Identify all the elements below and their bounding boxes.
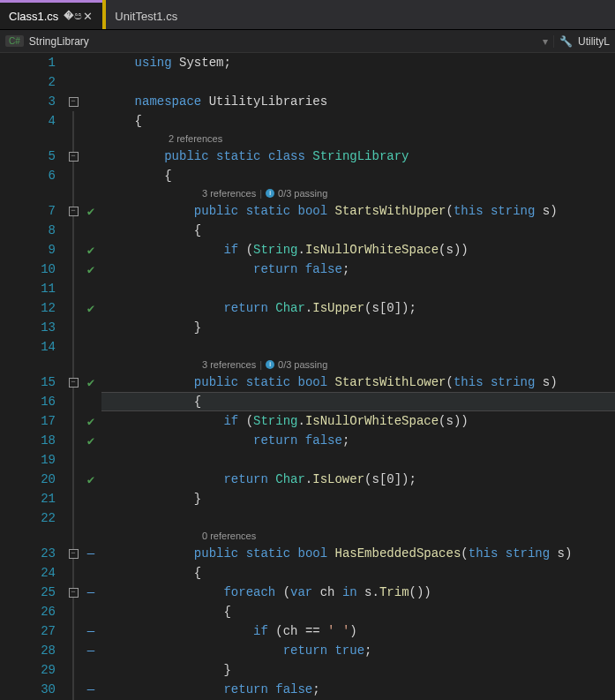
csharp-icon: C# [5,35,24,47]
code-area[interactable]: using System; namespace UtilityLibraries… [101,53,615,700]
line-number: 9 [0,240,56,260]
line-number: 6 [0,166,56,185]
test-status-icon: i [266,189,274,198]
line-number: 20 [0,470,56,489]
line-number: 2 [0,72,56,92]
line-number: 29 [0,660,56,680]
test-pass-icon: ✔ [87,204,94,219]
close-icon[interactable]: ✕ [81,10,94,23]
line-number: 15 [0,373,56,392]
tab-label: Class1.cs [9,10,58,23]
nav-scope-label: StringLibrary [29,35,89,48]
line-number: 4 [0,111,56,131]
line-number: 10 [0,260,56,279]
test-pass-icon: ✔ [87,262,94,277]
test-pass-icon: ✔ [87,433,94,448]
line-number: 19 [0,450,56,470]
line-number: 5 [0,147,56,166]
test-pass-icon: ✔ [87,301,94,316]
fold-gutter: − − − − − − [66,53,80,700]
wrench-icon: 🔧 [559,35,573,48]
codelens-references[interactable]: 3 references [202,357,256,373]
line-number: 17 [0,411,56,431]
codelens-tests[interactable]: 0/3 passing [278,185,327,201]
test-pass-icon: ✔ [87,243,94,258]
tab-unittest1[interactable]: UnitTest1.cs [106,0,186,29]
nav-scope-dropdown[interactable]: C# StringLibrary ▾ [0,35,553,48]
coverage-dash-icon: — [87,624,94,638]
code-editor[interactable]: 1 2 3 4 5 6 7 8 9 10 11 12 13 14 15 16 1… [0,53,615,700]
line-number: 21 [0,489,56,508]
line-number: 22 [0,508,56,528]
codelens-references[interactable]: 3 references [202,185,256,201]
nav-bar: C# StringLibrary ▾ 🔧 UtilityL [0,30,615,53]
test-pass-icon: ✔ [87,414,94,429]
line-number: 8 [0,221,56,240]
line-number: 16 [0,392,56,411]
coverage-dash-icon: — [87,644,94,658]
line-number: 26 [0,602,56,621]
chevron-down-icon: ▾ [543,35,548,48]
codelens-references[interactable]: 0 references [202,528,256,544]
line-number: 7 [0,201,56,221]
test-pass-icon: ✔ [87,375,94,390]
fold-toggle[interactable]: − [69,152,79,162]
line-number: 27 [0,621,56,641]
current-line: { [101,392,615,411]
fold-toggle[interactable]: − [69,97,79,107]
line-number: 28 [0,641,56,660]
line-number: 12 [0,298,56,318]
line-number: 3 [0,92,56,111]
coverage-dash-icon: — [87,585,94,599]
line-number: 23 [0,544,56,563]
line-number: 25 [0,583,56,602]
nav-member-dropdown[interactable]: 🔧 UtilityL [553,35,615,48]
pin-icon[interactable]: �ප [64,9,76,23]
codelens-tests[interactable]: 0/3 passing [278,357,327,373]
test-pass-icon: ✔ [87,472,94,487]
coverage-dash-icon: — [87,682,94,696]
line-number: 1 [0,53,56,72]
tab-class1[interactable]: Class1.cs �ප ✕ [0,0,102,29]
line-number: 30 [0,680,56,699]
test-status-icon: i [266,360,274,369]
fold-toggle[interactable]: − [69,378,79,388]
line-number: 24 [0,563,56,583]
fold-toggle[interactable]: − [69,549,79,559]
coverage-dash-icon: — [87,546,94,561]
line-number-gutter: 1 2 3 4 5 6 7 8 9 10 11 12 13 14 15 16 1… [0,53,66,700]
tab-label: UnitTest1.cs [115,10,177,23]
tab-bar: Class1.cs �ප ✕ UnitTest1.cs [0,0,615,30]
line-number: 18 [0,431,56,450]
fold-toggle[interactable]: − [69,588,79,598]
marker-gutter: ✔ ✔ ✔ ✔ ✔ ✔ ✔ ✔ — — — — — [80,53,101,700]
line-number: 14 [0,337,56,357]
nav-member-label: UtilityL [578,35,610,48]
fold-toggle[interactable]: − [69,207,79,216]
line-number: 13 [0,318,56,337]
codelens-references[interactable]: 2 references [169,131,222,147]
line-number: 11 [0,279,56,298]
